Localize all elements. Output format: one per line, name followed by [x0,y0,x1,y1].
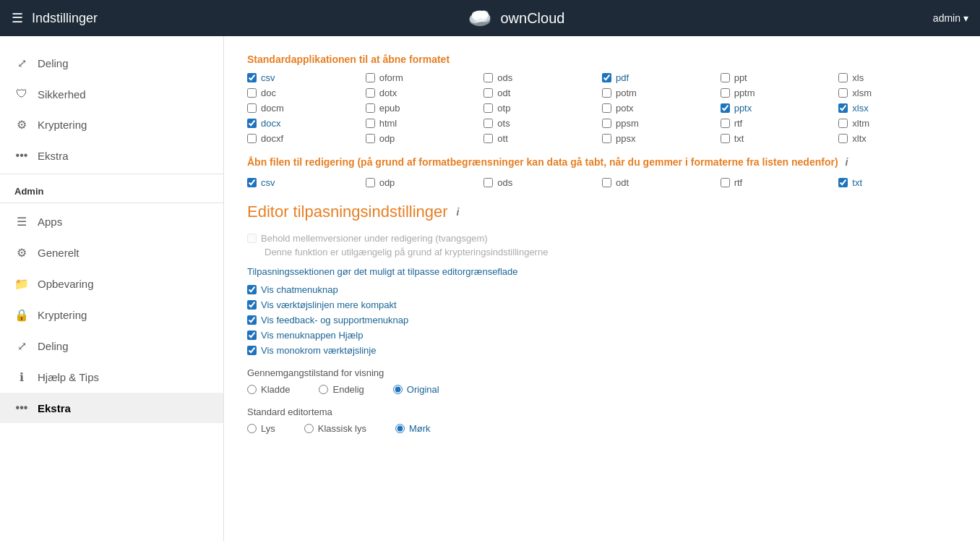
edit-format-rtf-label[interactable]: rtf [734,177,743,188]
user-menu[interactable]: admin ▾ [933,12,968,24]
edit-format-odp-label[interactable]: odp [379,177,395,188]
format-docm-label[interactable]: docm [261,103,284,114]
custom-mono-checkbox[interactable] [247,346,257,355]
format-odp-label[interactable]: odp [379,133,395,144]
sidebar-item-kryptering[interactable]: ⚙ Kryptering [0,109,223,140]
format-html-checkbox[interactable] [366,119,375,128]
format-txt-checkbox[interactable] [721,134,730,143]
format-doc-label[interactable]: doc [261,88,276,98]
format-rtf-checkbox[interactable] [721,119,730,128]
format-txt-label[interactable]: txt [734,133,744,144]
theme-klassisk-label[interactable]: Klassisk lys [318,423,366,434]
format-ott-checkbox[interactable] [483,134,493,143]
format-potx-checkbox[interactable] [602,103,611,113]
format-xlsm-checkbox[interactable] [838,88,848,98]
custom-feedback-checkbox[interactable] [247,315,257,325]
format-potm-label[interactable]: potm [616,88,637,98]
format-dotx-checkbox[interactable] [366,88,375,98]
format-pptx-label[interactable]: pptx [734,103,752,114]
format-ppsx-checkbox[interactable] [602,134,611,143]
edit-format-txt-label[interactable]: txt [852,177,862,188]
edit-format-ods-checkbox[interactable] [483,178,493,187]
format-oform-label[interactable]: oform [379,72,403,83]
format-ppsx-label[interactable]: ppsx [616,133,635,144]
custom-compact-checkbox[interactable] [247,300,257,310]
theme-lys-label[interactable]: Lys [261,423,275,434]
format-pptm-checkbox[interactable] [721,88,730,98]
sidebar-item-deling2[interactable]: ⤢ Deling [0,331,223,362]
edit-format-ods-label[interactable]: ods [497,177,512,188]
format-xltx-label[interactable]: xltx [852,133,867,144]
review-original-radio[interactable] [393,385,403,394]
hamburger-icon[interactable]: ☰ [12,10,23,26]
format-epub-label[interactable]: epub [379,103,400,114]
format-pdf-label[interactable]: pdf [616,72,629,83]
theme-mork-radio[interactable] [395,424,405,433]
edit-format-csv-label[interactable]: csv [261,177,275,188]
review-endelig-label[interactable]: Endelig [332,384,364,395]
format-xls-label[interactable]: xls [852,72,864,83]
review-kladde-label[interactable]: Kladde [261,384,290,395]
format-ppsm-label[interactable]: ppsm [616,118,639,129]
format-potx-label[interactable]: potx [616,103,634,114]
format-ods-checkbox[interactable] [483,73,493,82]
format-oform-checkbox[interactable] [366,73,375,82]
format-ppsm-checkbox[interactable] [602,119,611,128]
edit-format-odp-checkbox[interactable] [366,178,375,187]
format-docxf-checkbox[interactable] [247,134,257,143]
format-odt-label[interactable]: odt [497,88,510,98]
sidebar-item-sikkerhed[interactable]: 🛡 Sikkerhed [0,79,223,109]
sidebar-item-ekstra[interactable]: ••• Ekstra [0,393,223,423]
theme-mork-label[interactable]: Mørk [409,423,431,434]
format-ott-label[interactable]: ott [497,133,507,144]
format-docm-checkbox[interactable] [247,103,257,113]
sidebar-item-hjaelp[interactable]: ℹ Hjælp & Tips [0,362,223,393]
sidebar-item-deling[interactable]: ⤢ Deling [0,48,223,79]
format-potm-checkbox[interactable] [602,88,611,98]
format-otp-label[interactable]: otp [497,103,510,114]
format-xlsx-checkbox[interactable] [838,103,848,113]
format-odp-checkbox[interactable] [366,134,375,143]
theme-klassisk-radio[interactable] [304,424,314,433]
format-pptx-checkbox[interactable] [721,103,730,113]
edit-format-odt-label[interactable]: odt [616,177,629,188]
custom-chat-checkbox[interactable] [247,285,257,294]
sidebar-item-generelt[interactable]: ⚙ Generelt [0,237,223,268]
format-ots-checkbox[interactable] [483,119,493,128]
theme-lys-radio[interactable] [247,424,257,433]
format-odt-checkbox[interactable] [483,88,493,98]
sidebar-item-apps[interactable]: ☰ Apps [0,206,223,237]
edit-format-csv-checkbox[interactable] [247,178,257,187]
custom-help-btn-label[interactable]: Vis menuknappen Hjælp [261,330,363,341]
sidebar-item-kryptering2[interactable]: 🔒 Kryptering [0,299,223,331]
keep-versions-checkbox[interactable] [247,234,257,243]
review-kladde-radio[interactable] [247,385,257,394]
custom-compact-label[interactable]: Vis værktøjslinjen mere kompakt [261,299,397,310]
format-xltx-checkbox[interactable] [838,134,848,143]
custom-chat-label[interactable]: Vis chatmenuknap [261,284,338,295]
edit-format-rtf-checkbox[interactable] [721,178,730,187]
format-ots-label[interactable]: ots [497,118,510,129]
format-ppt-label[interactable]: ppt [734,72,747,83]
format-docxf-label[interactable]: docxf [261,133,283,144]
review-original-label[interactable]: Original [407,384,439,395]
edit-format-txt-checkbox[interactable] [838,178,848,187]
edit-format-odt-checkbox[interactable] [602,178,611,187]
format-xls-checkbox[interactable] [838,73,848,82]
format-docx-checkbox[interactable] [247,119,257,128]
sidebar-item-ekstra-top[interactable]: ••• Ekstra [0,140,223,171]
format-doc-checkbox[interactable] [247,88,257,98]
custom-mono-label[interactable]: Vis monokrom værktøjslinje [261,345,376,356]
format-xltm-label[interactable]: xltm [852,118,869,129]
format-ppt-checkbox[interactable] [721,73,730,82]
format-docx-label[interactable]: docx [261,118,280,129]
format-xlsx-label[interactable]: xlsx [852,103,868,114]
format-ods-label[interactable]: ods [497,72,512,83]
format-epub-checkbox[interactable] [366,103,375,113]
format-html-label[interactable]: html [379,118,397,129]
format-otp-checkbox[interactable] [483,103,493,113]
format-rtf-label[interactable]: rtf [734,118,743,129]
review-endelig-radio[interactable] [319,385,328,394]
sidebar-item-opbevaring[interactable]: 📁 Opbevaring [0,268,223,299]
format-csv-checkbox[interactable] [247,73,257,82]
